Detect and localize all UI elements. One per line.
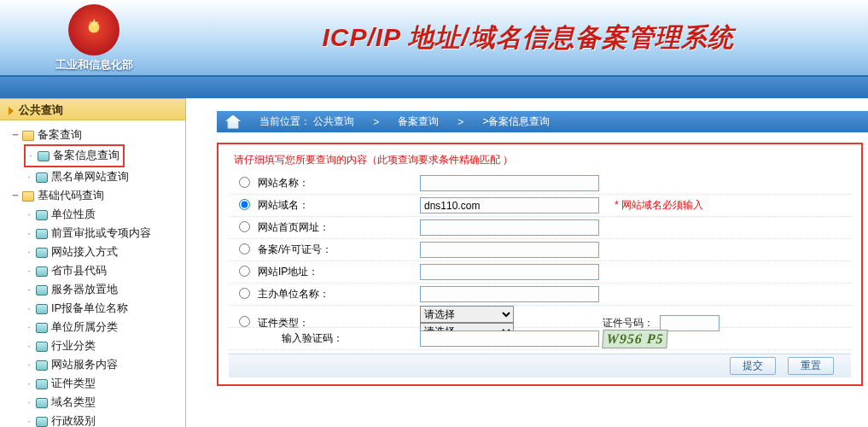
- sidebar-item-region-code[interactable]: ·省市县代码: [24, 261, 182, 280]
- sidebar-item-label: 单位性质: [51, 208, 96, 220]
- page-icon: [36, 360, 48, 371]
- input-captcha[interactable]: [420, 330, 599, 347]
- sidebar-item-label: 省市县代码: [51, 264, 107, 277]
- sidebar-section-header[interactable]: 公共查询: [0, 98, 185, 120]
- sidebar-item-access-type[interactable]: ·网站接入方式: [24, 243, 182, 261]
- sidebar-item-domain-type[interactable]: ·域名类型: [24, 393, 182, 412]
- sidebar-item-label: 行业分类: [51, 339, 96, 352]
- sidebar-group-beian[interactable]: −备案查询: [10, 126, 182, 144]
- sidebar-item-label: 网站接入方式: [51, 245, 118, 258]
- sidebar-item-admin-level[interactable]: ·行政级别: [24, 412, 182, 427]
- query-form: 请仔细填写您所要查询的内容（此项查询要求条件精确匹配 ） 网站名称： 网站域名：…: [217, 143, 863, 386]
- sidebar-item-industry[interactable]: ·行业分类: [24, 336, 182, 355]
- collapse-icon: −: [10, 189, 20, 202]
- label-captcha: 输入验证码：: [256, 331, 420, 346]
- row-sponsor: 主办单位名称：: [229, 284, 851, 306]
- sidebar-item-label: 单位所属分类: [51, 320, 118, 333]
- row-domain: 网站域名： * 网站域名必须输入: [229, 195, 851, 217]
- row-site-name: 网站名称：: [229, 173, 851, 195]
- breadcrumb-item[interactable]: 公共查询: [313, 115, 354, 127]
- input-home-url[interactable]: [420, 219, 599, 236]
- sidebar-item-service-content[interactable]: ·网站服务内容: [24, 355, 182, 374]
- sidebar-item-label: 备案查询: [38, 128, 82, 141]
- label-site-name: 网站名称：: [256, 176, 420, 190]
- sidebar-group-basecode[interactable]: −基础代码查询: [10, 186, 182, 205]
- label-home-url: 网站首页网址：: [256, 220, 420, 235]
- page-icon: [36, 173, 48, 183]
- chevron-right-icon: >: [373, 116, 379, 128]
- radio-home-url[interactable]: [239, 221, 250, 232]
- folder-icon: [22, 131, 34, 141]
- input-ip[interactable]: [420, 264, 599, 280]
- page-icon: [36, 285, 48, 295]
- page-icon: [36, 417, 48, 427]
- radio-site-name[interactable]: [239, 177, 250, 188]
- radio-sponsor[interactable]: [239, 288, 250, 299]
- reset-button[interactable]: 重置: [788, 357, 834, 375]
- page-icon: [36, 248, 48, 258]
- page-icon: [38, 151, 50, 161]
- sidebar-item-label: 服务器放置地: [51, 283, 118, 295]
- sidebar-item-blacklist[interactable]: ·黑名单网站查询: [24, 167, 182, 186]
- breadcrumb-label: 当前位置：: [259, 115, 311, 127]
- sidebar-item-label: 前置审批或专项内容: [51, 226, 151, 239]
- required-hint-domain: * 网站域名必须输入: [603, 198, 848, 213]
- page-icon: [36, 210, 48, 220]
- sidebar-item-label: 基础代码查询: [38, 189, 104, 202]
- captcha-image[interactable]: W956 P5: [602, 330, 668, 348]
- emblem-block: 工业和信息化部: [0, 3, 188, 73]
- collapse-icon: −: [10, 128, 20, 141]
- page-icon: [36, 304, 48, 314]
- label-license: 备案/许可证号：: [256, 243, 420, 257]
- sidebar-item-server-loc[interactable]: ·服务器放置地: [24, 280, 182, 299]
- highlighted-item-box: ·备案信息查询: [24, 144, 125, 167]
- national-emblem-icon: [68, 4, 119, 56]
- label-domain: 网站域名：: [256, 198, 420, 213]
- page-icon: [36, 266, 48, 277]
- breadcrumb: 当前位置： 公共查询 > 备案查询 > >备案信息查询: [217, 111, 868, 132]
- input-license[interactable]: [420, 242, 599, 258]
- page-icon: [36, 342, 48, 352]
- submit-button[interactable]: 提交: [730, 357, 776, 375]
- row-cert-type: 证件类型： 请选择 请选择 证件号码：: [229, 306, 851, 328]
- sidebar-item-unit-classify[interactable]: ·单位所属分类: [24, 318, 182, 336]
- header: 工业和信息化部 ICP/IP 地址/域名信息备案管理系统: [0, 0, 868, 77]
- org-name: 工业和信息化部: [0, 57, 188, 73]
- sidebar-item-ip-report-unit[interactable]: ·IP报备单位名称: [24, 299, 182, 318]
- input-site-name[interactable]: [420, 175, 599, 191]
- breadcrumb-item[interactable]: 备案查询: [398, 114, 439, 129]
- sidebar-basecode-list: ·单位性质 ·前置审批或专项内容 ·网站接入方式 ·省市县代码 ·服务器放置地 …: [10, 205, 182, 427]
- page-icon: [36, 379, 48, 389]
- radio-ip[interactable]: [239, 266, 250, 277]
- radio-domain[interactable]: [239, 199, 250, 210]
- select-cert-type-1[interactable]: 请选择: [420, 306, 514, 323]
- form-instruction: 请仔细填写您所要查询的内容（此项查询要求条件精确匹配 ）: [234, 153, 851, 167]
- page-icon: [36, 398, 48, 408]
- sidebar: 公共查询 −备案查询 ·备案信息查询 ·黑名单网站查询 −基础代码查询 ·单位性…: [0, 98, 186, 427]
- row-ip: 网站IP地址：: [229, 261, 851, 284]
- label-sponsor: 主办单位名称：: [256, 287, 420, 301]
- input-domain[interactable]: [420, 197, 599, 214]
- input-sponsor[interactable]: [420, 286, 599, 302]
- breadcrumb-item[interactable]: >备案信息查询: [482, 114, 550, 129]
- sidebar-item-label: IP报备单位名称: [51, 301, 128, 314]
- sidebar-item-cert-type[interactable]: ·证件类型: [24, 374, 182, 393]
- header-divider-bar: [0, 77, 868, 98]
- home-icon[interactable]: [225, 115, 241, 129]
- leaf-icon: ·: [24, 170, 34, 183]
- label-cert-type: 证件类型：: [256, 316, 420, 330]
- sidebar-item-pre-approval[interactable]: ·前置审批或专项内容: [24, 224, 182, 243]
- radio-license[interactable]: [239, 243, 250, 254]
- sidebar-item-label: 黑名单网站查询: [51, 170, 129, 183]
- sidebar-item-label: 域名类型: [51, 395, 96, 408]
- page-icon: [36, 229, 48, 239]
- sidebar-item-label: 网站服务内容: [51, 358, 118, 371]
- form-buttons: 提交 重置: [229, 354, 851, 377]
- content-panel: 当前位置： 公共查询 > 备案查询 > >备案信息查询 请仔细填写您所要查询的内…: [186, 98, 868, 427]
- leaf-icon: ·: [26, 149, 36, 161]
- page-title: ICP/IP 地址/域名信息备案管理系统: [188, 20, 868, 56]
- sidebar-item-label: 证件类型: [51, 377, 96, 389]
- radio-cert-type[interactable]: [239, 316, 250, 327]
- sidebar-item-unit-nature[interactable]: ·单位性质: [24, 205, 182, 224]
- sidebar-item-beian-info[interactable]: ·备案信息查询: [26, 146, 119, 165]
